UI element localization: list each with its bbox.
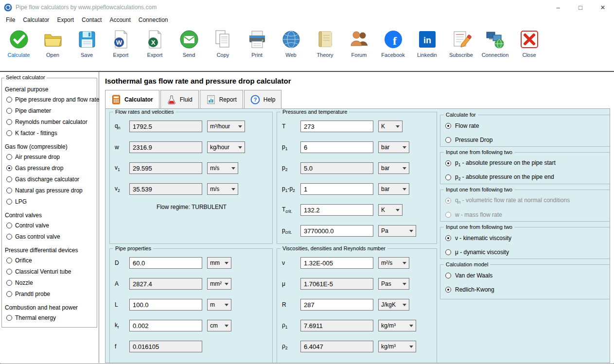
toolbar-save-button[interactable]: Save: [73, 28, 101, 58]
p1-input[interactable]: [300, 141, 373, 153]
menu-calculator[interactable]: Calculator: [19, 15, 53, 25]
toolbar-export-word-button[interactable]: W Export: [107, 28, 135, 58]
toolbar-web-button[interactable]: Web: [277, 28, 305, 58]
menu-file[interactable]: File: [2, 15, 19, 25]
p1-p2-unit-combo[interactable]: bar: [378, 183, 409, 195]
sidebar-item-natural-gas-pressure-drop[interactable]: Natural gas pressure drop: [5, 185, 94, 196]
sidebar-item-pipe-diameter[interactable]: Pipe diameter: [5, 105, 94, 116]
kr-unit-combo[interactable]: cm: [207, 320, 231, 331]
radio-icon: [6, 269, 12, 275]
D-unit-combo[interactable]: mm: [207, 257, 231, 269]
tab-report[interactable]: Report: [200, 90, 243, 108]
toolbar-connection-button[interactable]: Connection: [481, 28, 509, 58]
menu-contact[interactable]: Contact: [78, 15, 105, 25]
sidebar-item-k-factor-fittings[interactable]: K factor - fittings: [5, 127, 94, 139]
tab-help[interactable]: ? Help: [244, 90, 282, 108]
sidebar-item-reynolds-number-calculator[interactable]: Reynolds number calculator: [5, 116, 94, 127]
sidebar-item-pipe-pressure-drop-and-flow-rate[interactable]: Pipe pressure drop and flow rate: [5, 94, 94, 105]
content-area: Select calculator General purpose Pipe p…: [0, 72, 614, 363]
radio-p1-absolute-start[interactable]: p1 - absolute pressure on the pipe start: [445, 159, 610, 167]
L-input[interactable]: [129, 299, 202, 311]
p1-p2-input[interactable]: [300, 183, 373, 195]
rho1-unit-combo[interactable]: kg/m³: [378, 320, 416, 331]
menu-account[interactable]: Account: [105, 15, 134, 25]
toolbar-theory-button[interactable]: Theory: [311, 28, 339, 58]
radio-flow-rate[interactable]: Flow rate: [445, 122, 610, 130]
sidebar-item-air-pressure-drop[interactable]: Air pressure drop: [5, 151, 94, 162]
chevron-down-icon: [238, 125, 242, 128]
v1-input[interactable]: [129, 162, 202, 174]
rho2-unit-combo[interactable]: kg/m³: [378, 341, 416, 352]
sidebar-item-thermal-energy[interactable]: Thermal energy: [5, 312, 94, 323]
sidebar-item-prandtl-probe[interactable]: Prandtl probe: [5, 288, 94, 299]
toolbar-open-button[interactable]: Open: [39, 28, 67, 58]
R-input[interactable]: [300, 299, 373, 311]
sidebar-item-lpg[interactable]: LPG: [5, 196, 94, 207]
tab-fluid[interactable]: Fluid: [160, 90, 199, 108]
p2-unit-combo[interactable]: bar: [378, 162, 409, 174]
L-unit-combo[interactable]: m: [207, 299, 231, 311]
tab-calculator[interactable]: Calculator: [105, 90, 159, 108]
p2-input[interactable]: [300, 162, 373, 174]
T-input[interactable]: [300, 121, 373, 132]
sidebar-item-control-valve[interactable]: Control valve: [5, 220, 94, 231]
toolbar-subscribe-button[interactable]: Subscribe: [447, 28, 475, 58]
toolbar-calculate-button[interactable]: Calculate: [5, 28, 33, 58]
sidebar-item-nozzle[interactable]: Nozzle: [5, 277, 94, 288]
toolbar-send-button[interactable]: Send: [175, 28, 203, 58]
toolbar-export-excel-button[interactable]: X Export: [141, 28, 169, 58]
sidebar-item-gas-discharge-calculator[interactable]: Gas discharge calculator: [5, 173, 94, 185]
mu-input[interactable]: [300, 278, 373, 290]
w-unit-combo[interactable]: kg/hour: [207, 141, 245, 153]
toolbar-facebook-button[interactable]: f Facebook: [379, 28, 407, 58]
minimize-button[interactable]: –: [547, 0, 569, 15]
Tcrit-unit-combo[interactable]: K: [378, 204, 403, 216]
chevron-down-icon: [403, 167, 406, 170]
toolbar-print-button[interactable]: Print: [243, 28, 271, 58]
p1-unit-combo[interactable]: bar: [378, 141, 409, 153]
T-unit-combo[interactable]: K: [378, 121, 403, 132]
qn-input[interactable]: [129, 121, 202, 132]
rho1-input[interactable]: [300, 320, 373, 331]
radio-kinematic-viscosity[interactable]: ν - kinematic viscosity: [445, 234, 610, 242]
A-input[interactable]: [129, 278, 202, 290]
nu-input[interactable]: [300, 257, 373, 269]
toolbar-forum-button[interactable]: Forum: [345, 28, 373, 58]
radio-redlich-kwong[interactable]: Redlich-Kwong: [445, 286, 610, 294]
menu-export[interactable]: Export: [53, 15, 78, 25]
close-button[interactable]: ✕: [592, 0, 614, 15]
sidebar-item-gas-control-valve[interactable]: Gas control valve: [5, 231, 94, 242]
rho1-unit-value: kg/m³: [381, 322, 396, 329]
f-input[interactable]: [129, 341, 202, 352]
w-input[interactable]: [129, 141, 202, 153]
kr-input[interactable]: [129, 320, 202, 331]
sidebar-item-orifice[interactable]: Orifice: [5, 255, 94, 266]
menu-connection[interactable]: Connection: [135, 15, 172, 25]
maximize-button[interactable]: □: [569, 0, 592, 15]
radio-van-der-waals[interactable]: Van der Waals: [445, 272, 610, 279]
v2-unit-combo[interactable]: m/s: [207, 183, 238, 195]
pcrit-unit-combo[interactable]: Pa: [378, 225, 416, 237]
sidebar-item-classical-venturi-tube[interactable]: Classical Venturi tube: [5, 266, 94, 277]
p2-label: p2: [282, 164, 300, 172]
rho2-input[interactable]: [300, 341, 373, 352]
Tcrit-input[interactable]: [300, 204, 373, 216]
sidebar-item-gas-pressure-drop[interactable]: Gas pressure drop: [5, 162, 94, 173]
toolbar-close-button[interactable]: Close: [515, 28, 543, 58]
v1-unit-combo[interactable]: m/s: [207, 162, 238, 174]
radio-dynamic-viscosity[interactable]: μ - dynamic viscosity: [445, 248, 610, 256]
nu-unit-combo[interactable]: m²/s: [378, 257, 409, 269]
radio-p2-absolute-end[interactable]: p2 - absolute pressure on the pipe end: [445, 173, 610, 181]
toolbar-linkedin-button[interactable]: in Linkedin: [413, 28, 441, 58]
radio-icon: [6, 234, 12, 240]
R-unit-combo[interactable]: J/kgK: [378, 299, 409, 311]
toolbar-copy-button[interactable]: Copy: [209, 28, 237, 58]
mu-unit-combo[interactable]: Pas: [378, 278, 409, 290]
radio-pressure-drop[interactable]: Pressure Drop: [445, 136, 610, 144]
A-unit-combo[interactable]: mm²: [207, 278, 231, 290]
pcrit-input[interactable]: [300, 225, 373, 237]
qn-unit-combo[interactable]: m³/hour: [207, 121, 245, 132]
v2-input[interactable]: [129, 183, 202, 195]
chevron-down-icon: [403, 188, 406, 191]
D-input[interactable]: [129, 257, 202, 269]
